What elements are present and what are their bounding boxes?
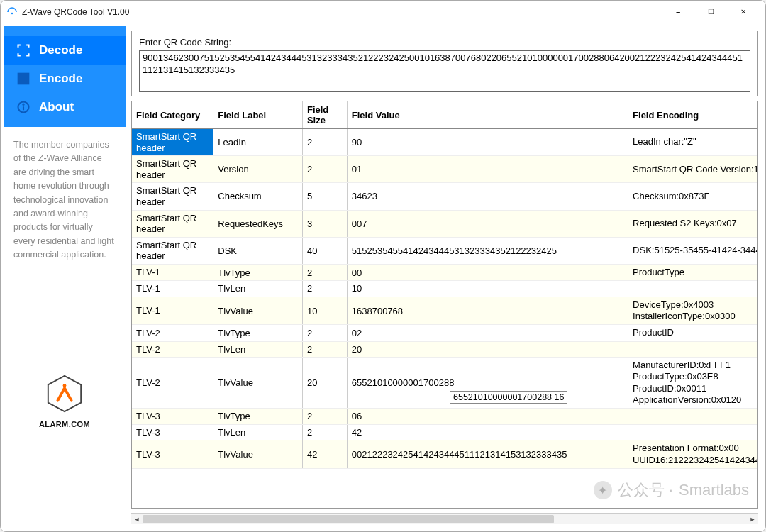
table-row[interactable]: TLV-3TlvValue420021222324254142434445111…	[132, 440, 758, 469]
cell-label[interactable]: Checksum	[213, 183, 303, 210]
cell-category[interactable]: TLV-3	[132, 424, 213, 440]
table-row[interactable]: TLV-3TlvLen242	[132, 424, 758, 440]
cell-label[interactable]: TlvValue	[213, 297, 303, 325]
cell-value[interactable]: 5152535455414243444531323334352122232425	[347, 237, 628, 264]
table-row[interactable]: TLV-2TlvType202ProductID	[132, 325, 758, 341]
cell-category[interactable]: TLV-2	[132, 341, 213, 358]
cell-label[interactable]: TlvType	[213, 409, 303, 425]
table-row[interactable]: TLV-1TlvType200ProductType	[132, 264, 758, 280]
cell-category[interactable]: TLV-1	[132, 297, 213, 325]
minimize-button[interactable]: ‒	[662, 1, 694, 23]
cell-value[interactable]: 10	[347, 281, 628, 297]
cell-value[interactable]: 0021222324254142434445111213141531323334…	[347, 440, 628, 469]
maximize-button[interactable]: ☐	[694, 1, 727, 23]
cell-value[interactable]: 02	[347, 325, 628, 341]
cell-value[interactable]: 00	[347, 264, 628, 280]
cell-size[interactable]: 2	[302, 341, 347, 358]
cell-size[interactable]: 2	[302, 156, 347, 183]
cell-size[interactable]: 2	[302, 281, 347, 297]
cell-encoding[interactable]	[628, 424, 758, 440]
sidebar-item-decode[interactable]: Decode	[4, 36, 126, 65]
cell-size[interactable]: 2	[302, 424, 347, 440]
cell-label[interactable]: RequestedKeys	[213, 210, 303, 237]
cell-category[interactable]: SmartStart QR header	[132, 183, 213, 210]
cell-size[interactable]: 10	[302, 297, 347, 325]
cell-category[interactable]: TLV-3	[132, 409, 213, 425]
cell-category[interactable]: TLV-1	[132, 264, 213, 280]
cell-encoding[interactable]: Presentation Format:0x00UUID16:212223242…	[628, 440, 758, 469]
table-row[interactable]: TLV-1TlvValue101638700768DeviceType:0x40…	[132, 297, 758, 325]
cell-encoding[interactable]: SmartStart QR Code Version:1	[628, 156, 758, 183]
cell-value[interactable]: 1638700768	[347, 297, 628, 325]
header-category[interactable]: Field Category	[132, 101, 213, 129]
scroll-right-arrow[interactable]: ►	[747, 514, 758, 525]
cell-encoding[interactable]: ProductID	[628, 325, 758, 341]
horizontal-scrollbar[interactable]: ◄ ►	[131, 513, 758, 524]
cell-encoding[interactable]: LeadIn char:"Z"	[628, 129, 758, 156]
table-row[interactable]: TLV-2TlvValue2065521010000001700288Manuf…	[132, 358, 758, 409]
cell-category[interactable]: SmartStart QR header	[132, 156, 213, 183]
cell-label[interactable]: TlvLen	[213, 341, 303, 358]
cell-size[interactable]: 2	[302, 325, 347, 341]
header-size[interactable]: Field Size	[302, 101, 347, 129]
cell-category[interactable]: TLV-2	[132, 358, 213, 409]
table-row[interactable]: SmartStart QR headerChecksum534623Checks…	[132, 183, 758, 210]
table-row[interactable]: SmartStart QR headerRequestedKeys3007Req…	[132, 210, 758, 237]
header-encoding[interactable]: Field Encoding	[628, 101, 758, 129]
cell-value[interactable]: 90	[347, 129, 628, 156]
scroll-thumb[interactable]	[143, 515, 554, 523]
cell-encoding[interactable]: DeviceType:0x4003InstallerIconType:0x030…	[628, 297, 758, 325]
cell-label[interactable]: TlvValue	[213, 440, 303, 469]
cell-encoding[interactable]: Checksum:0x873F	[628, 183, 758, 210]
cell-label[interactable]: LeadIn	[213, 129, 303, 156]
cell-encoding[interactable]: ProductType	[628, 264, 758, 280]
cell-category[interactable]: SmartStart QR header	[132, 237, 213, 264]
cell-size[interactable]: 42	[302, 440, 347, 469]
cell-category[interactable]: TLV-2	[132, 325, 213, 341]
cell-label[interactable]: TlvType	[213, 264, 303, 280]
cell-size[interactable]: 3	[302, 210, 347, 237]
cell-size[interactable]: 20	[302, 358, 347, 409]
cell-size[interactable]: 2	[302, 264, 347, 280]
table-row[interactable]: TLV-3TlvType206	[132, 409, 758, 425]
table-row[interactable]: SmartStart QR headerLeadIn290LeadIn char…	[132, 129, 758, 156]
cell-encoding[interactable]: Requested S2 Keys:0x07	[628, 210, 758, 237]
cell-value[interactable]: 007	[347, 210, 628, 237]
table-row[interactable]: SmartStart QR headerDSK40515253545541424…	[132, 237, 758, 264]
table-row[interactable]: TLV-1TlvLen210	[132, 281, 758, 297]
cell-size[interactable]: 40	[302, 237, 347, 264]
table-row[interactable]: SmartStart QR headerVersion201SmartStart…	[132, 156, 758, 183]
cell-size[interactable]: 2	[302, 129, 347, 156]
table-row[interactable]: TLV-2TlvLen220	[132, 341, 758, 358]
cell-encoding[interactable]	[628, 409, 758, 425]
cell-category[interactable]: TLV-3	[132, 440, 213, 469]
sidebar-item-about[interactable]: About	[4, 93, 126, 121]
cell-encoding[interactable]	[628, 281, 758, 297]
cell-value[interactable]: 34623	[347, 183, 628, 210]
cell-value[interactable]: 20	[347, 341, 628, 358]
close-button[interactable]: ✕	[727, 1, 760, 23]
header-label[interactable]: Field Label	[213, 101, 303, 129]
cell-encoding[interactable]	[628, 341, 758, 358]
scroll-left-arrow[interactable]: ◄	[131, 514, 143, 525]
cell-encoding[interactable]: DSK:51525-35455-41424-34445-31323-33435-…	[628, 237, 758, 264]
cell-value[interactable]: 06	[347, 409, 628, 425]
cell-category[interactable]: SmartStart QR header	[132, 129, 213, 156]
cell-value[interactable]: 42	[347, 424, 628, 440]
cell-label[interactable]: TlvLen	[213, 424, 303, 440]
cell-category[interactable]: SmartStart QR header	[132, 210, 213, 237]
qr-input[interactable]	[139, 50, 750, 92]
decode-table-wrap[interactable]: Field Category Field Label Field Size Fi…	[131, 101, 758, 509]
cell-label[interactable]: TlvValue	[213, 358, 303, 409]
cell-label[interactable]: TlvType	[213, 325, 303, 341]
sidebar-item-encode[interactable]: Encode	[4, 65, 126, 93]
cell-label[interactable]: Version	[213, 156, 303, 183]
cell-value[interactable]: 01	[347, 156, 628, 183]
cell-label[interactable]: DSK	[213, 237, 303, 264]
cell-size[interactable]: 2	[302, 409, 347, 425]
cell-category[interactable]: TLV-1	[132, 281, 213, 297]
cell-size[interactable]: 5	[302, 183, 347, 210]
cell-encoding[interactable]: ManufacturerID:0xFFF1ProductType:0x03E8P…	[628, 358, 758, 409]
cell-label[interactable]: TlvLen	[213, 281, 303, 297]
header-value[interactable]: Field Value	[347, 101, 628, 129]
